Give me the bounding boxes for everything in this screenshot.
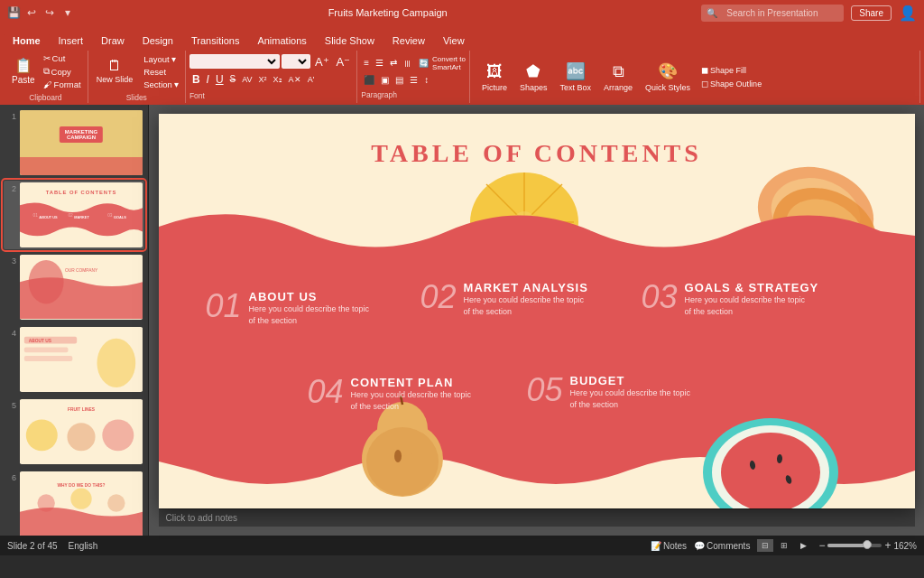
slide-sorter-button[interactable]: ⊞ [776, 539, 792, 552]
tab-design[interactable]: Design [134, 33, 182, 49]
reset-button[interactable]: Reset [141, 66, 181, 78]
layout-button[interactable]: Layout ▾ [141, 53, 181, 65]
toc-desc-2: Here you could describe the topic of the… [464, 294, 590, 317]
undo-icon[interactable]: ↩ [25, 6, 38, 19]
slide-canvas[interactable]: TABLE OF CONTENTS [159, 114, 915, 508]
reading-view-button[interactable]: ▶ [795, 539, 811, 552]
picture-button[interactable]: 🖼 Picture [477, 57, 512, 97]
user-avatar[interactable]: 👤 [899, 5, 917, 22]
more-icon[interactable]: ▾ [61, 6, 74, 19]
align-left-button[interactable]: ⬛ [361, 74, 377, 86]
search-input[interactable] [721, 6, 838, 20]
align-list1-button[interactable]: ≡ [361, 55, 372, 71]
slide-number-5: 5 [5, 399, 16, 410]
tab-view[interactable]: View [434, 33, 474, 49]
slide-info: Slide 2 of 45 [7, 541, 58, 551]
tab-animations[interactable]: Animations [248, 33, 315, 49]
search-icon: 🔍 [707, 8, 717, 18]
arrange-icon: ⧉ [613, 62, 624, 81]
slide-thumb-5[interactable]: 5 FRUIT LINES [4, 397, 144, 466]
slide-thumb-3[interactable]: 3 OUR COMPANY [4, 253, 144, 322]
tab-transitions[interactable]: Transitions [182, 33, 248, 49]
text-shadow-button[interactable]: A' [305, 74, 318, 85]
toc-number-5: 05 [527, 374, 563, 406]
svg-point-25 [70, 489, 91, 509]
zoom-slider[interactable] [827, 544, 882, 547]
clipboard-label: Clipboard [29, 93, 61, 102]
underline-button[interactable]: U [213, 72, 226, 87]
arrange-button[interactable]: ⧉ Arrange [599, 57, 637, 97]
notes-button[interactable]: 📝 Notes [651, 541, 687, 551]
font-family-select[interactable] [189, 54, 280, 69]
toc-desc-4: Here you could describe the topic of the… [351, 389, 477, 412]
zoom-control: − + 162% [818, 539, 917, 552]
slide-preview-2[interactable]: TABLE OF CONTENTS 01 ABOUT US 02 MARKET … [20, 182, 143, 247]
font-grow-button[interactable]: A⁺ [312, 54, 332, 70]
columns-button[interactable]: ⫼ [401, 55, 415, 71]
superscript-button[interactable]: X² [256, 74, 270, 85]
toc-number-4: 04 [308, 376, 344, 408]
toc-label-1: ABOUT US [249, 290, 375, 303]
tab-home[interactable]: Home [4, 33, 50, 49]
slide-thumb-2[interactable]: 2 TABLE OF CONTENTS 01 ABOUT US 02 MARKE… [4, 181, 144, 249]
zoom-in-button[interactable]: + [884, 539, 891, 552]
watermelon-bottom-right [698, 400, 843, 508]
text-box-button[interactable]: 🔤 Text Box [556, 57, 596, 97]
bold-button[interactable]: B [189, 72, 203, 87]
slide-preview-3[interactable]: OUR COMPANY [20, 255, 143, 320]
tab-draw[interactable]: Draw [92, 33, 134, 49]
notes-bar[interactable]: Click to add notes [159, 508, 915, 527]
shapes-icon: ⬟ [526, 61, 541, 81]
tab-review[interactable]: Review [383, 33, 434, 49]
line-spacing-button[interactable]: ↕ [421, 74, 431, 86]
slide-preview-6[interactable]: WHY DO WE DO THIS? [20, 471, 143, 536]
svg-text:WHY DO WE DO THIS?: WHY DO WE DO THIS? [58, 483, 106, 488]
zoom-handle[interactable] [863, 540, 872, 549]
text-dir-button[interactable]: ⇄ [387, 55, 400, 71]
format-painter-button[interactable]: 🖌Format [41, 79, 84, 90]
align-center-button[interactable]: ▣ [378, 74, 392, 86]
format-icon: 🖌 [43, 79, 52, 89]
shape-fill-button[interactable]: ◼Shape Fill [698, 64, 764, 76]
convert-smartart-label: Convert toSmartArt [432, 55, 466, 71]
zoom-out-button[interactable]: − [818, 539, 825, 552]
new-slide-button[interactable]: 🗒 New Slide [92, 51, 138, 91]
paste-button[interactable]: 📋 Paste [7, 51, 40, 91]
shape-outline-button[interactable]: ◻Shape Outline [698, 78, 764, 89]
strikethrough-button[interactable]: S [227, 73, 239, 85]
slide-number-6: 6 [5, 471, 16, 482]
comments-button[interactable]: 💬 Comments [694, 541, 750, 551]
tab-insert[interactable]: Insert [50, 33, 93, 49]
align-right-button[interactable]: ▤ [393, 74, 406, 86]
cut-button[interactable]: ✂Cut [41, 52, 84, 64]
share-button[interactable]: Share [851, 5, 892, 21]
justify-button[interactable]: ☰ [407, 74, 420, 86]
slide-thumb-6[interactable]: 6 WHY DO WE DO THIS? [4, 470, 144, 536]
align-list2-button[interactable]: ☰ [373, 55, 386, 71]
font-shrink-button[interactable]: A⁻ [334, 54, 354, 70]
toc-label-4: CONTENT PLAN [351, 376, 477, 389]
slide-thumb-4[interactable]: 4 ABOUT US [4, 325, 144, 394]
font-size-select[interactable] [282, 54, 310, 69]
toc-item-4: 04 CONTENT PLAN Here you could describe … [308, 376, 477, 412]
quick-styles-button[interactable]: 🎨 Quick Styles [641, 57, 695, 97]
save-icon[interactable]: 💾 [7, 6, 20, 19]
toc-label-5: BUDGET [570, 374, 697, 387]
copy-button[interactable]: ⧉Copy [41, 65, 84, 78]
smartart-convert-button[interactable]: 🔄 [416, 55, 431, 71]
subscript-button[interactable]: X₂ [271, 74, 285, 85]
slide-preview-5[interactable]: FRUIT LINES [20, 399, 143, 464]
tab-slideshow[interactable]: Slide Show [316, 33, 383, 49]
slide-preview-1[interactable]: MARKETINGCAMPAIGN [20, 110, 143, 175]
shapes-button[interactable]: ⬟ Shapes [515, 57, 552, 97]
clear-format-button[interactable]: A✕ [286, 74, 304, 85]
slide-preview-4[interactable]: ABOUT US [20, 327, 143, 392]
italic-button[interactable]: I [204, 72, 212, 87]
redo-icon[interactable]: ↪ [43, 6, 56, 19]
char-spacing-button[interactable]: AV [239, 74, 254, 85]
normal-view-button[interactable]: ⊟ [757, 539, 773, 552]
click-to-add-notes[interactable]: Click to add notes [166, 513, 238, 523]
section-button[interactable]: Section ▾ [141, 79, 181, 90]
svg-point-52 [394, 450, 402, 462]
slide-thumb-1[interactable]: 1 MARKETINGCAMPAIGN [4, 108, 144, 177]
